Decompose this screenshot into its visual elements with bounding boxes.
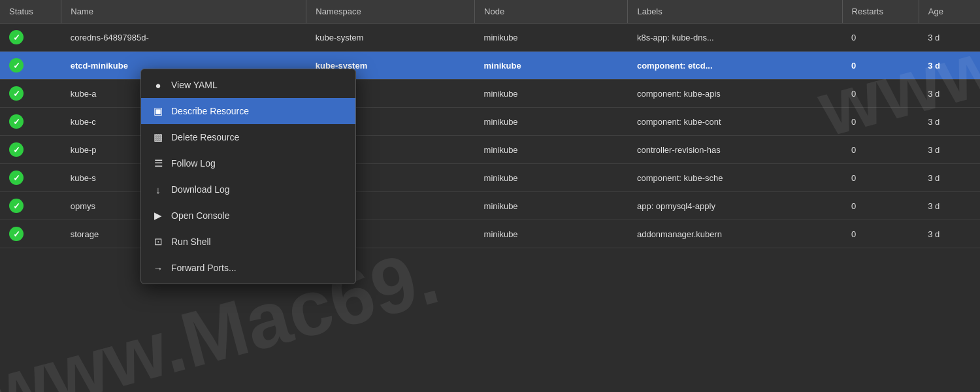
status-icon: ✓: [9, 114, 24, 129]
header-node: Node: [475, 0, 628, 24]
restarts-cell: 0: [842, 192, 919, 220]
age-cell: 3 d: [919, 220, 980, 248]
status-cell: ✓: [0, 164, 61, 192]
status-icon: ✓: [9, 171, 24, 185]
menu-item-describe-resource[interactable]: ▣ Describe Resource: [141, 98, 355, 124]
header-status: Status: [0, 0, 61, 24]
age-cell: 3 d: [919, 192, 980, 220]
status-cell: ✓: [0, 220, 61, 248]
describe-resource-label: Describe Resource: [171, 106, 345, 116]
header-namespace: Namespace: [306, 0, 475, 24]
describe-resource-icon: ▣: [152, 105, 165, 118]
restarts-cell: 0: [842, 80, 919, 108]
labels-cell: component: etcd...: [628, 52, 842, 80]
download-log-label: Download Log: [171, 184, 345, 195]
follow-log-icon: ☰: [152, 157, 165, 170]
run-shell-label: Run Shell: [171, 237, 345, 247]
restarts-cell: 0: [842, 136, 919, 164]
status-icon: ✓: [9, 86, 24, 101]
menu-item-download-log[interactable]: ↓ Download Log: [141, 176, 355, 203]
age-cell: 3 d: [919, 80, 980, 108]
table-container: www.Mac69. www. Status Name Namespace No…: [0, 0, 980, 392]
follow-log-label: Follow Log: [171, 158, 345, 169]
node-cell: minikube: [475, 164, 628, 192]
restarts-cell: 0: [842, 108, 919, 136]
status-icon: ✓: [9, 142, 24, 157]
menu-item-delete-resource[interactable]: ▩ Delete Resource: [141, 124, 355, 150]
status-cell: ✓: [0, 52, 61, 80]
age-cell: 3 d: [919, 52, 980, 80]
status-icon: ✓: [9, 227, 24, 241]
menu-item-follow-log[interactable]: ☰ Follow Log: [141, 150, 355, 176]
node-cell: minikube: [475, 108, 628, 136]
header-restarts: Restarts: [842, 0, 919, 24]
status-icon: ✓: [9, 199, 24, 213]
view-yaml-icon: ●: [152, 78, 165, 91]
delete-resource-icon: ▩: [152, 131, 165, 144]
restarts-cell: 0: [842, 24, 919, 52]
header-labels: Labels: [628, 0, 842, 24]
status-cell: ✓: [0, 24, 61, 52]
labels-cell: addonmanager.kubern: [628, 220, 842, 248]
age-cell: 3 d: [919, 108, 980, 136]
labels-cell: component: kube-apis: [628, 80, 842, 108]
node-cell: minikube: [475, 24, 628, 52]
labels-cell: k8s-app: kube-dns...: [628, 24, 842, 52]
forward-ports-icon: →: [152, 261, 165, 274]
context-menu: ● View YAML ▣ Describe Resource ▩ Delete…: [140, 69, 356, 284]
status-icon: ✓: [9, 30, 24, 44]
node-cell: minikube: [475, 136, 628, 164]
view-yaml-label: View YAML: [171, 80, 345, 90]
name-cell: coredns-64897985d-: [61, 24, 306, 52]
header-age: Age: [919, 0, 980, 24]
labels-cell: component: kube-cont: [628, 108, 842, 136]
run-shell-icon: ⊡: [152, 235, 165, 248]
download-log-icon: ↓: [152, 183, 165, 196]
status-cell: ✓: [0, 192, 61, 220]
table-header-row: Status Name Namespace Node Labels Restar…: [0, 0, 980, 24]
node-cell: minikube: [475, 80, 628, 108]
restarts-cell: 0: [842, 164, 919, 192]
age-cell: 3 d: [919, 136, 980, 164]
restarts-cell: 0: [842, 52, 919, 80]
status-cell: ✓: [0, 136, 61, 164]
menu-item-open-console[interactable]: ▶ Open Console: [141, 203, 355, 229]
delete-resource-label: Delete Resource: [171, 132, 345, 142]
namespace-cell: kube-system: [306, 24, 475, 52]
age-cell: 3 d: [919, 24, 980, 52]
node-cell: minikube: [475, 52, 628, 80]
menu-item-view-yaml[interactable]: ● View YAML: [141, 72, 355, 98]
menu-item-forward-ports[interactable]: → Forward Ports...: [141, 255, 355, 281]
node-cell: minikube: [475, 220, 628, 248]
node-cell: minikube: [475, 192, 628, 220]
open-console-label: Open Console: [171, 210, 345, 221]
status-icon: ✓: [9, 58, 24, 73]
restarts-cell: 0: [842, 220, 919, 248]
header-name: Name: [61, 0, 306, 24]
labels-cell: controller-revision-has: [628, 136, 842, 164]
forward-ports-label: Forward Ports...: [171, 263, 345, 273]
open-console-icon: ▶: [152, 209, 165, 222]
table-row[interactable]: ✓ coredns-64897985d- kube-system minikub…: [0, 24, 980, 52]
status-cell: ✓: [0, 108, 61, 136]
menu-item-run-shell[interactable]: ⊡ Run Shell: [141, 229, 355, 255]
age-cell: 3 d: [919, 164, 980, 192]
status-cell: ✓: [0, 80, 61, 108]
labels-cell: component: kube-sche: [628, 164, 842, 192]
labels-cell: app: opmysql4-apply: [628, 192, 842, 220]
